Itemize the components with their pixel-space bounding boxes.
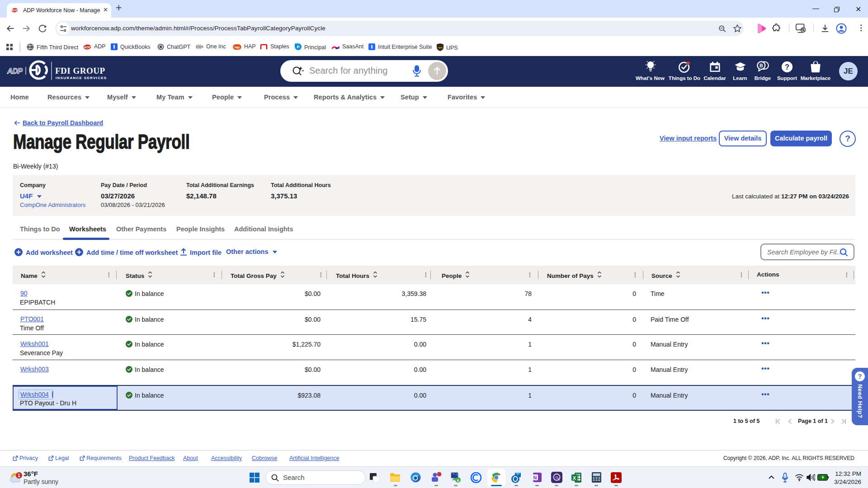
svg-text:B: B [760, 63, 763, 68]
svg-text:?: ? [858, 373, 862, 380]
svg-text:1: 1 [18, 473, 20, 478]
svg-text:G: G [555, 475, 558, 479]
svg-text:ups: ups [438, 46, 443, 49]
svg-text:P: P [297, 45, 299, 49]
svg-text:x: x [457, 478, 459, 483]
svg-text:?: ? [785, 63, 789, 71]
svg-text:N: N [533, 475, 537, 480]
svg-text:X: X [573, 475, 576, 481]
svg-text:ADP: ADP [11, 9, 18, 12]
svg-text:ADP: ADP [7, 67, 23, 75]
svg-text:hap: hap [235, 46, 240, 49]
svg-text:ADP: ADP [84, 46, 91, 49]
